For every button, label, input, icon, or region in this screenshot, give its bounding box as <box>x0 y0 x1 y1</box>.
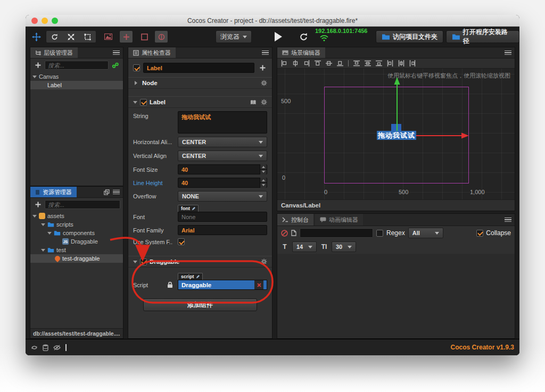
align-top-icon[interactable] <box>315 60 321 66</box>
create-node-button[interactable] <box>33 61 43 70</box>
label-gear-button[interactable] <box>261 99 267 105</box>
tree-node-label-node[interactable]: Label <box>30 81 123 89</box>
expand-arrow-icon[interactable] <box>41 249 45 254</box>
expand-arrow-icon[interactable] <box>32 76 37 80</box>
open-install-path-button[interactable]: 打开程序安装路径 <box>446 30 519 43</box>
clear-console-button[interactable] <box>281 230 288 237</box>
distribute-v-center-icon[interactable] <box>365 60 371 66</box>
distribute-bottom-icon[interactable] <box>376 60 382 66</box>
console-menu-icon[interactable] <box>505 218 511 222</box>
tree-node-canvas[interactable]: Canvas <box>30 72 123 81</box>
label-enabled-checkbox[interactable] <box>140 99 147 106</box>
console-font-size-select[interactable]: 14 <box>292 241 317 252</box>
move-tool-button[interactable] <box>32 30 41 43</box>
collapse-checkbox[interactable] <box>476 230 483 237</box>
font-family-input[interactable]: Arial <box>178 225 267 235</box>
scene-viewport[interactable]: 使用鼠标右键平移视窗焦点，使用滚轮缩放视图 500 0 0 500 1,000 … <box>277 69 515 199</box>
database-button[interactable] <box>43 344 48 351</box>
lock-button[interactable] <box>167 281 178 290</box>
copy-icon[interactable] <box>104 189 110 195</box>
browser-select[interactable]: 浏览器 <box>216 30 252 43</box>
zoom-window-button[interactable] <box>52 18 58 24</box>
tab-console[interactable]: 控制台 <box>277 214 313 226</box>
asset-item-scripts[interactable]: scripts <box>30 220 123 229</box>
distribute-h-center-icon[interactable] <box>398 60 404 66</box>
remove-script-button[interactable] <box>254 280 263 289</box>
hierarchy-menu-icon[interactable] <box>113 51 120 55</box>
minimize-window-button[interactable] <box>42 18 48 24</box>
play-button[interactable] <box>275 30 287 43</box>
x-axis-arrow[interactable] <box>461 133 469 139</box>
regex-checkbox[interactable] <box>376 230 383 237</box>
align-bottom-icon[interactable] <box>337 60 343 66</box>
gizmo-anchor-button[interactable] <box>119 30 133 43</box>
close-window-button[interactable] <box>31 18 38 24</box>
draggable-section-header[interactable]: Draggable <box>128 256 272 268</box>
add-node-property-button[interactable] <box>258 63 267 73</box>
font-size-stepper[interactable] <box>260 164 267 174</box>
use-system-font-checkbox[interactable] <box>178 238 185 245</box>
inspector-menu-icon[interactable] <box>262 51 269 55</box>
assets-search-input[interactable] <box>45 200 120 209</box>
node-active-checkbox[interactable] <box>133 64 140 71</box>
node-section-header[interactable]: Node <box>128 77 272 89</box>
label-section-header[interactable]: Label <box>128 96 272 108</box>
tab-animation[interactable]: 动画编辑器 <box>315 214 363 226</box>
asset-item-assets[interactable]: assets <box>30 212 123 220</box>
expand-arrow-icon[interactable] <box>47 232 52 237</box>
tab-assets[interactable]: 资源管理器 <box>30 187 77 197</box>
scale-tool-button[interactable] <box>63 31 79 43</box>
align-h-center-icon[interactable] <box>292 60 299 66</box>
node-name-input[interactable] <box>143 63 254 73</box>
asset-item-components[interactable]: components <box>30 229 123 237</box>
hierarchy-search-input[interactable] <box>45 61 109 70</box>
draggable-enabled-checkbox[interactable] <box>140 258 147 265</box>
rotate-tool-button[interactable] <box>46 31 63 43</box>
font-size-input[interactable]: 40 <box>178 164 267 174</box>
scene-node-text[interactable]: 拖动我试试 <box>377 131 416 140</box>
script-asset-input[interactable]: Draggable <box>178 280 267 290</box>
font-asset-input[interactable]: None <box>178 212 267 222</box>
console-filter-input[interactable] <box>300 228 373 238</box>
toggle-visibility-button[interactable] <box>53 345 61 351</box>
align-v-center-icon[interactable] <box>326 60 332 66</box>
align-left-icon[interactable] <box>281 60 287 66</box>
create-asset-button[interactable] <box>33 200 43 210</box>
distribute-top-icon[interactable] <box>353 60 360 66</box>
v-align-select[interactable]: CENTER <box>178 151 267 161</box>
docs-icon[interactable] <box>250 99 257 105</box>
h-align-select[interactable]: CENTER <box>178 137 267 147</box>
overflow-select[interactable]: NONE <box>178 191 267 202</box>
asset-item-test[interactable]: test <box>30 246 123 254</box>
collapse-arrow-icon[interactable] <box>135 81 139 85</box>
draggable-gear-button[interactable] <box>261 258 267 265</box>
assets-menu-icon[interactable] <box>113 190 120 195</box>
line-height-input[interactable]: 40 <box>178 178 267 188</box>
expand-arrow-icon[interactable] <box>41 223 45 228</box>
tab-scene[interactable]: 场景编辑器 <box>277 47 325 58</box>
console-log-area[interactable] <box>277 254 515 338</box>
distribute-left-icon[interactable] <box>387 60 393 66</box>
rect-tool-button[interactable] <box>79 31 96 43</box>
auto-refresh-button[interactable] <box>31 345 38 351</box>
scene-menu-icon[interactable] <box>505 51 511 55</box>
console-line-height-select[interactable]: 30 <box>332 241 356 252</box>
string-textarea[interactable]: 拖动我试试 <box>178 111 267 134</box>
tab-hierarchy[interactable]: 层级管理器 <box>30 47 78 58</box>
asset-item-test-draggable[interactable]: test-draggable <box>30 254 123 263</box>
asset-item-draggable-script[interactable]: JS Draggable <box>30 237 123 246</box>
align-right-icon[interactable] <box>303 60 310 66</box>
expand-arrow-icon[interactable] <box>32 215 37 220</box>
open-log-file-button[interactable] <box>291 230 296 236</box>
log-level-select[interactable]: All <box>408 228 443 238</box>
collapse-arrow-icon[interactable] <box>133 101 137 106</box>
collapse-arrow-icon[interactable] <box>133 261 137 265</box>
distribute-right-icon[interactable] <box>409 60 416 66</box>
show-rect-button[interactable] <box>137 30 151 43</box>
show-circle-button[interactable] <box>154 30 168 43</box>
gizmo-position-button[interactable] <box>101 30 115 43</box>
add-component-button[interactable]: 添加组件 <box>143 298 257 311</box>
refresh-button[interactable] <box>299 30 308 43</box>
tab-inspector[interactable]: 属性检查器 <box>128 47 176 58</box>
line-height-stepper[interactable] <box>260 178 267 188</box>
